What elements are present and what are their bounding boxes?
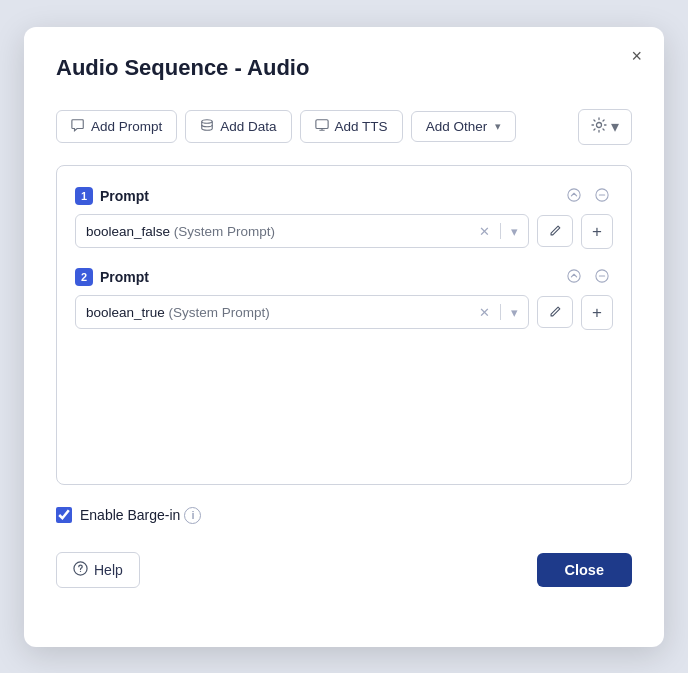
settings-chevron-icon: ▾ [611,117,619,136]
prompt-remove-1[interactable] [591,186,613,206]
prompt-num-1: 1 [75,187,93,205]
prompt-remove-2[interactable] [591,267,613,287]
barge-in-text: Enable Barge-in [80,507,180,523]
prompt-add-1[interactable]: + [581,214,613,249]
prompt-clear-2[interactable]: ✕ [479,305,490,320]
footer-row: Enable Barge-in i [56,507,632,524]
prompt-input-row-1: boolean_false (System Prompt) ✕ ▾ + [75,214,613,249]
svg-point-5 [568,269,580,281]
modal-title: Audio Sequence - Audio [56,55,632,81]
svg-rect-1 [315,120,327,129]
prompt-header-1: 1 Prompt [75,186,613,206]
prompt-dropdown-1[interactable]: ▾ [511,224,518,239]
prompt-dropdown-2[interactable]: ▾ [511,305,518,320]
add-prompt-button[interactable]: Add Prompt [56,110,177,143]
bottom-actions: Help Close [56,552,632,588]
prompt-add-2[interactable]: + [581,295,613,330]
prompt-actions-1 [563,186,613,206]
prompt-value-2: boolean_true (System Prompt) [86,305,270,320]
prompt-move-up-2[interactable] [563,267,585,287]
settings-button[interactable]: ▾ [578,109,632,145]
add-data-label: Add Data [220,119,276,134]
prompt-num-2: 2 [75,268,93,286]
enable-barge-in-label[interactable]: Enable Barge-in [56,507,180,523]
help-button[interactable]: Help [56,552,140,588]
prompt-move-up-1[interactable] [563,186,585,206]
help-circle-icon [73,561,88,579]
chevron-down-icon: ▾ [495,120,501,133]
prompt-block-2: 2 Prompt [75,267,613,330]
prompt-value-1: boolean_false (System Prompt) [86,224,275,239]
add-tts-button[interactable]: Add TTS [300,110,403,143]
prompt-select-controls-1: ✕ ▾ [479,223,518,239]
add-tts-label: Add TTS [335,119,388,134]
toolbar: Add Prompt Add Data Add TTS Add O [56,109,632,145]
prompt-text-1: Prompt [100,188,149,204]
database-icon [200,118,214,135]
svg-point-0 [202,120,213,124]
prompt-edit-1[interactable] [537,215,573,247]
modal: × Audio Sequence - Audio Add Prompt Add … [24,27,664,647]
prompt-text-2: Prompt [100,269,149,285]
add-other-label: Add Other [426,119,488,134]
help-label: Help [94,562,123,578]
close-button[interactable]: Close [537,553,633,587]
content-area: 1 Prompt [56,165,632,485]
prompt-label-1: 1 Prompt [75,187,149,205]
svg-point-2 [597,122,602,127]
prompt-header-2: 2 Prompt [75,267,613,287]
info-icon: i [184,507,201,524]
svg-point-8 [80,570,81,571]
svg-point-3 [568,188,580,200]
add-other-button[interactable]: Add Other ▾ [411,111,517,142]
prompt-block-1: 1 Prompt [75,186,613,249]
prompt-actions-2 [563,267,613,287]
gear-icon [591,117,607,137]
chat-icon [71,118,85,135]
prompt-select-1[interactable]: boolean_false (System Prompt) ✕ ▾ [75,214,529,248]
prompt-clear-1[interactable]: ✕ [479,224,490,239]
monitor-icon [315,118,329,135]
modal-close-icon[interactable]: × [627,43,646,69]
prompt-edit-2[interactable] [537,296,573,328]
prompt-select-2[interactable]: boolean_true (System Prompt) ✕ ▾ [75,295,529,329]
enable-barge-in-checkbox[interactable] [56,507,72,523]
prompt-select-controls-2: ✕ ▾ [479,304,518,320]
prompt-input-row-2: boolean_true (System Prompt) ✕ ▾ + [75,295,613,330]
add-prompt-label: Add Prompt [91,119,162,134]
prompt-label-2: 2 Prompt [75,268,149,286]
add-data-button[interactable]: Add Data [185,110,291,143]
